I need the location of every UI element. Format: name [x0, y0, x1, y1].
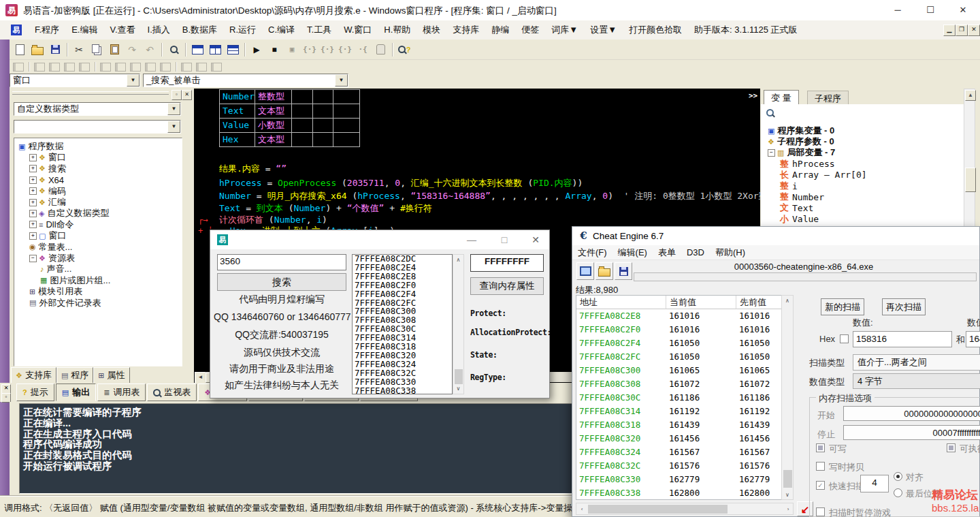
- size-width-icon[interactable]: [179, 61, 194, 73]
- code-line[interactable]: hProcess = OpenProcess (2035711, 0, 汇编_十…: [219, 178, 583, 189]
- undo-icon[interactable]: ↶: [141, 42, 159, 58]
- scroll-right-icon[interactable]: ›: [783, 504, 793, 514]
- expand-icon[interactable]: +: [29, 187, 37, 195]
- tree-item[interactable]: +▢窗口: [29, 230, 66, 241]
- datatype-combo[interactable]: 自定义数据类型 ▼: [14, 102, 181, 116]
- tree-item[interactable]: +❖X64: [29, 174, 64, 185]
- tab-subroutines[interactable]: 子程序: [807, 91, 849, 106]
- tree-item[interactable]: ♪声音...: [40, 264, 71, 275]
- menu-item[interactable]: W.窗口: [338, 24, 378, 36]
- align-bottom-icon[interactable]: [77, 61, 92, 73]
- menu-item[interactable]: 支持库: [446, 24, 485, 36]
- alignment-input[interactable]: 4: [860, 475, 889, 492]
- size-both-icon[interactable]: [209, 61, 224, 73]
- menu-item[interactable]: 便签: [515, 24, 545, 36]
- result-address[interactable]: 7FFFEA08C300: [579, 364, 640, 377]
- menu-item[interactable]: I.插入: [142, 24, 176, 36]
- form-grid-icon[interactable]: [11, 61, 26, 73]
- last-digits-radio[interactable]: [894, 488, 902, 497]
- redo-icon[interactable]: ↷: [123, 42, 141, 58]
- panel-grip[interactable]: [12, 91, 169, 95]
- workspace-tab-1[interactable]: ▤程序: [56, 367, 93, 383]
- menu-item[interactable]: 词库▼: [545, 24, 584, 36]
- scroll-thumb[interactable]: [588, 505, 728, 514]
- expand-icon[interactable]: +: [29, 210, 37, 217]
- same-width-icon[interactable]: [128, 61, 143, 73]
- ce-menu-item[interactable]: D3D: [681, 247, 710, 257]
- code-line[interactable]: Text = 到文本 (Number) + “个数值” + #换行符: [219, 203, 432, 214]
- maximize-icon[interactable]: ☐: [915, 0, 946, 20]
- scroll-thumb[interactable]: [455, 369, 463, 384]
- bottom-tab-提示[interactable]: ?提示: [16, 383, 54, 401]
- expand-icon[interactable]: +: [29, 199, 37, 206]
- panel-collapse-button[interactable]: >>: [746, 89, 760, 104]
- expand-icon[interactable]: +: [29, 232, 37, 240]
- ce-menu-item[interactable]: 文件(F): [572, 247, 612, 259]
- paste-icon[interactable]: [105, 42, 123, 58]
- window-split-h-icon[interactable]: [206, 42, 224, 58]
- code-line[interactable]: Number = 明月_内存搜索_x64 (hProcess, “158316~…: [219, 191, 822, 202]
- debug-window-icon[interactable]: ▣: [283, 42, 301, 58]
- scroll-up-icon[interactable]: ▲: [965, 90, 976, 101]
- align-radio[interactable]: [894, 472, 902, 481]
- step-into-icon[interactable]: {·}: [301, 42, 318, 58]
- window-cascade-icon[interactable]: [189, 42, 206, 58]
- mdi-close-icon[interactable]: ✕: [968, 25, 980, 36]
- tree-item[interactable]: ▦图片或图片组...: [40, 275, 110, 286]
- bottom-float-icon[interactable]: ▫: [1, 393, 11, 403]
- tree-item[interactable]: +❖搜索: [29, 163, 66, 174]
- menu-item[interactable]: E.编辑: [65, 24, 103, 36]
- menu-item[interactable]: V.查看: [103, 24, 141, 36]
- address-list-item[interactable]: 7FFFEA08C338: [353, 387, 452, 394]
- event-combo[interactable]: _搜索_被单击 ▼: [143, 74, 348, 87]
- find-icon[interactable]: [165, 42, 182, 58]
- align-top-icon[interactable]: [62, 61, 77, 73]
- variable-item[interactable]: 长Array — Arr[0]: [780, 170, 867, 181]
- result-address[interactable]: 7FFFEA08C324: [579, 445, 640, 459]
- workspace-tab-2[interactable]: ⊞属性: [93, 367, 129, 383]
- menu-item[interactable]: 设置▼: [584, 24, 623, 36]
- menu-item[interactable]: B.数据库: [176, 24, 223, 36]
- tree-item[interactable]: +◈自定义数据类型: [29, 208, 109, 219]
- variable-item[interactable]: 整Number: [780, 191, 824, 202]
- result-address[interactable]: 7FFFEA08C2FC: [579, 350, 640, 364]
- same-height-icon[interactable]: [143, 61, 158, 73]
- menu-item[interactable]: F.程序: [29, 24, 65, 36]
- workspace-tab-0[interactable]: ❖支持库: [11, 367, 56, 383]
- menu-item[interactable]: T.工具: [301, 24, 338, 36]
- results-hscrollbar[interactable]: ‹ ›: [576, 503, 794, 515]
- scroll-up-icon[interactable]: ∧: [782, 296, 793, 306]
- result-address[interactable]: 7FFFEA08C330: [579, 473, 640, 486]
- copy-icon[interactable]: [88, 42, 105, 58]
- menu-item[interactable]: 模块: [416, 24, 446, 36]
- bottom-close-icon[interactable]: ✕: [1, 384, 11, 394]
- menu-item[interactable]: R.运行: [223, 24, 262, 36]
- protect-value-box[interactable]: FFFFFFFF: [470, 254, 544, 272]
- address-listbox[interactable]: 7FFFEA08C2DC7FFFEA08C2E47FFFEA08C2E87FFF…: [352, 254, 453, 394]
- bottom-tab-监视表[interactable]: 监视表: [147, 383, 197, 401]
- result-address[interactable]: 7FFFEA08C2F0: [579, 323, 640, 336]
- dialog-minimize-icon[interactable]: —: [458, 230, 485, 249]
- center-h-icon[interactable]: [98, 61, 113, 73]
- expand-icon[interactable]: +: [29, 165, 37, 172]
- step-over-icon[interactable]: {·}: [318, 42, 336, 58]
- scroll-left-icon[interactable]: ◄: [195, 372, 206, 383]
- chevron-down-icon[interactable]: ▼: [335, 74, 348, 87]
- result-address[interactable]: 7FFFEA08C2E8: [579, 309, 640, 323]
- ce-menu-item[interactable]: 帮助(H): [710, 247, 751, 259]
- scroll-thumb[interactable]: [783, 470, 792, 488]
- pause-game-checkbox[interactable]: [816, 507, 825, 516]
- expand-icon[interactable]: +: [29, 154, 37, 161]
- panel-close-icon[interactable]: ✕: [182, 90, 192, 100]
- code-line[interactable]: 结果.内容 = “”: [219, 163, 287, 174]
- tree-item[interactable]: ▤外部文件记录表: [29, 298, 101, 309]
- expand-icon[interactable]: +: [29, 176, 37, 184]
- result-address[interactable]: 7FFFEA08C32C: [579, 459, 640, 473]
- run-to-cursor-icon[interactable]: ·{: [354, 42, 372, 58]
- writable-checkbox[interactable]: [816, 443, 825, 452]
- tree-item[interactable]: +❖汇编: [29, 197, 66, 208]
- executable-checkbox[interactable]: [947, 443, 956, 452]
- tree-item[interactable]: ◉常量表...: [29, 242, 72, 253]
- new-scan-button[interactable]: 新的扫描: [821, 298, 864, 315]
- scan-value2-input[interactable]: 164888: [966, 331, 980, 347]
